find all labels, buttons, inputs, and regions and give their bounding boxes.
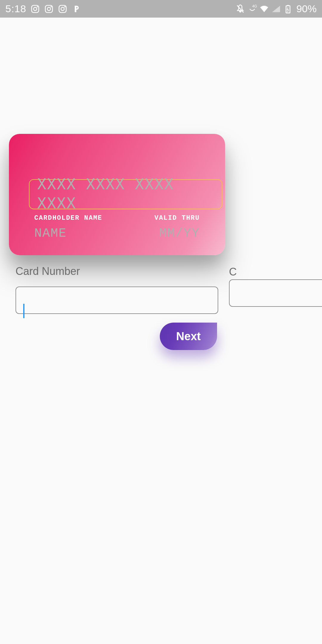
svg-point-8 — [64, 6, 66, 7]
instagram-icon — [44, 4, 54, 14]
card-labels-row: CARDHOLDER NAME VALID THRU — [34, 214, 200, 222]
card-values-row: NAME MM/YY — [34, 226, 200, 241]
card-number-placeholder: XXXX XXXX XXXX XXXX — [37, 175, 214, 213]
text-cursor — [23, 304, 24, 318]
next-field-partial-label: C — [229, 266, 237, 278]
notifications-off-icon — [236, 4, 245, 14]
svg-point-1 — [34, 7, 37, 10]
status-bar-right: 4G 90% — [236, 3, 317, 15]
app-icon — [72, 4, 81, 14]
card-number-label: Card Number — [16, 265, 218, 278]
status-bar: 5:18 4G 90% — [0, 0, 322, 18]
credit-card-preview: XXXX XXXX XXXX XXXX CARDHOLDER NAME VALI… — [9, 134, 225, 255]
status-bar-left: 5:18 — [5, 3, 81, 15]
card-number-display-box: XXXX XXXX XXXX XXXX — [29, 179, 222, 209]
svg-text:4G: 4G — [252, 4, 257, 8]
phone-4g-icon: 4G — [247, 4, 257, 14]
svg-point-5 — [51, 6, 52, 7]
card-number-field: Card Number — [16, 265, 218, 314]
card-number-input[interactable] — [16, 287, 218, 314]
wifi-icon — [259, 4, 269, 14]
svg-point-2 — [37, 6, 38, 7]
cellular-signal-icon — [271, 4, 281, 14]
battery-charging-icon — [283, 4, 293, 14]
instagram-icon — [30, 4, 40, 14]
svg-point-4 — [47, 7, 51, 10]
valid-thru-label: VALID THRU — [154, 214, 200, 222]
instagram-icon — [58, 4, 67, 14]
svg-point-7 — [61, 7, 64, 10]
svg-rect-11 — [287, 5, 289, 6]
expiry-value: MM/YY — [159, 226, 200, 241]
cardholder-name-label: CARDHOLDER NAME — [34, 214, 102, 222]
next-field-partial-input[interactable] — [229, 279, 322, 307]
battery-percentage: 90% — [296, 3, 317, 15]
next-button[interactable]: Next — [160, 323, 217, 350]
cardholder-name-value: NAME — [34, 226, 67, 241]
status-time: 5:18 — [5, 3, 26, 15]
